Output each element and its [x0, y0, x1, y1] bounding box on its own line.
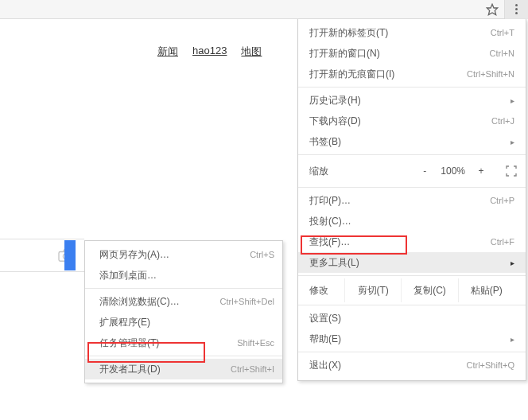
menu-separator — [298, 275, 526, 276]
zoom-out-button[interactable]: - — [418, 165, 431, 177]
menu-separator — [298, 87, 526, 88]
link-hao123[interactable]: hao123 — [192, 45, 227, 59]
menu-edit-row: 修改 剪切(T) 复制(C) 粘贴(P) — [298, 278, 526, 302]
menu-label: 打开新的标签页(T) — [309, 26, 491, 40]
menu-label: 打开新的无痕窗口(I) — [309, 68, 467, 81]
menu-cast[interactable]: 投射(C)… — [298, 211, 526, 231]
menu-shortcut: Ctrl+Shift+N — [467, 69, 514, 79]
menu-label: 退出(X) — [309, 359, 466, 372]
menu-more-tools[interactable]: 更多工具(L) — [298, 252, 526, 273]
menu-new-window[interactable]: 打开新的窗口(N) Ctrl+N — [298, 43, 526, 64]
menu-help[interactable]: 帮助(E) — [298, 329, 526, 349]
menu-add-to-desktop[interactable]: 添加到桌面… — [85, 265, 282, 286]
menu-new-incognito[interactable]: 打开新的无痕窗口(I) Ctrl+Shift+N — [298, 64, 526, 84]
menu-label: 书签(B) — [309, 135, 506, 149]
menu-label: 任务管理器(T) — [99, 336, 237, 350]
kebab-menu-button[interactable] — [504, 0, 528, 19]
bookmark-star-button[interactable] — [480, 0, 504, 19]
menu-label: 网页另存为(A)… — [99, 248, 250, 262]
menu-separator — [298, 187, 526, 188]
menu-label: 扩展程序(E) — [99, 316, 274, 329]
menu-label: 下载内容(D) — [309, 115, 491, 128]
menu-label: 帮助(E) — [309, 332, 506, 346]
menu-shortcut: Ctrl+N — [490, 49, 514, 58]
menu-bookmarks[interactable]: 书签(B) — [298, 131, 526, 152]
menu-zoom: 缩放 - 100% + — [298, 158, 526, 185]
menu-label: 清除浏览数据(C)… — [99, 295, 220, 309]
menu-separator — [85, 288, 282, 289]
menu-shortcut: Ctrl+S — [250, 250, 274, 259]
link-news[interactable]: 新闻 — [157, 45, 178, 59]
page-nav-links: 新闻 hao123 地图 — [157, 45, 262, 59]
edit-copy[interactable]: 复制(C) — [401, 278, 457, 302]
menu-separator — [85, 356, 282, 356]
link-map[interactable]: 地图 — [241, 45, 262, 59]
kebab-icon — [515, 4, 518, 14]
menu-separator — [298, 352, 526, 352]
menu-label: 开发者工具(D) — [99, 363, 231, 376]
menu-shortcut: Ctrl+Shift+Del — [220, 297, 274, 306]
zoom-in-button[interactable]: + — [475, 165, 487, 177]
menu-find[interactable]: 查找(F)… Ctrl+F — [298, 231, 526, 252]
menu-label: 打开新的窗口(N) — [309, 47, 490, 60]
menu-extensions[interactable]: 扩展程序(E) — [85, 312, 282, 332]
menu-label: 历史记录(H) — [309, 94, 506, 107]
fullscreen-button[interactable] — [505, 165, 518, 177]
edit-cut[interactable]: 剪切(T) — [344, 278, 401, 302]
menu-label: 更多工具(L) — [309, 256, 506, 270]
menu-history[interactable]: 历史记录(H) — [298, 90, 526, 111]
menu-label: 投射(C)… — [309, 215, 514, 228]
menu-shortcut: Ctrl+F — [491, 237, 514, 247]
menu-shortcut: Ctrl+Shift+Q — [466, 360, 514, 370]
menu-shortcut: Ctrl+J — [491, 116, 514, 126]
menu-print[interactable]: 打印(P)… Ctrl+P — [298, 190, 526, 211]
menu-shortcut: Ctrl+T — [491, 28, 514, 37]
svg-marker-0 — [487, 4, 497, 14]
search-button-fragment[interactable] — [64, 240, 76, 270]
more-tools-submenu: 网页另存为(A)… Ctrl+S 添加到桌面… 清除浏览数据(C)… Ctrl+… — [84, 240, 283, 383]
menu-shortcut: Ctrl+Shift+I — [231, 364, 274, 374]
menu-clear-browsing-data[interactable]: 清除浏览数据(C)… Ctrl+Shift+Del — [85, 291, 282, 312]
browser-toolbar — [0, 0, 528, 19]
menu-label: 修改 — [309, 284, 344, 298]
menu-label: 打印(P)… — [309, 194, 490, 208]
menu-label: 添加到桌面… — [99, 269, 274, 282]
menu-exit[interactable]: 退出(X) Ctrl+Shift+Q — [298, 355, 526, 375]
menu-downloads[interactable]: 下载内容(D) Ctrl+J — [298, 111, 526, 131]
menu-separator — [298, 305, 526, 305]
edit-paste[interactable]: 粘贴(P) — [458, 278, 514, 302]
menu-label: 缩放 — [309, 165, 418, 178]
menu-label: 查找(F)… — [309, 235, 491, 249]
menu-new-tab[interactable]: 打开新的标签页(T) Ctrl+T — [298, 22, 526, 43]
menu-shortcut: Ctrl+P — [490, 196, 514, 205]
menu-shortcut: Shift+Esc — [237, 338, 274, 348]
menu-task-manager[interactable]: 任务管理器(T) Shift+Esc — [85, 332, 282, 353]
menu-save-page-as[interactable]: 网页另存为(A)… Ctrl+S — [85, 244, 282, 265]
zoom-value: 100% — [441, 165, 465, 177]
menu-label: 设置(S) — [309, 312, 514, 325]
menu-developer-tools[interactable]: 开发者工具(D) Ctrl+Shift+I — [85, 359, 282, 379]
menu-settings[interactable]: 设置(S) — [298, 308, 526, 329]
chrome-main-menu: 打开新的标签页(T) Ctrl+T 打开新的窗口(N) Ctrl+N 打开新的无… — [297, 19, 526, 381]
menu-separator — [298, 154, 526, 155]
